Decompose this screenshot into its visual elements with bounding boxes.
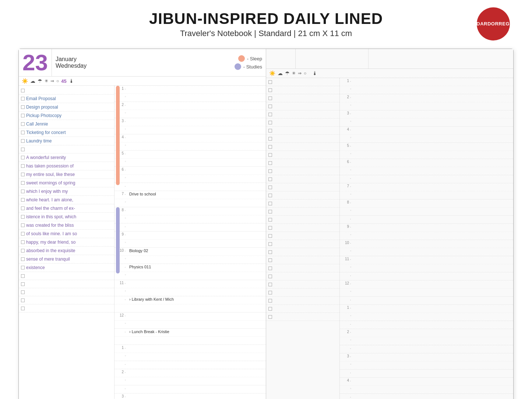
right-checkbox-24[interactable] <box>268 275 272 278</box>
right-checkbox-9[interactable] <box>268 153 272 157</box>
schedule-entry-1pmb <box>128 361 266 369</box>
checkbox[interactable] <box>21 299 25 302</box>
r-time-3: 3 <box>340 110 513 127</box>
todo-row-empty-7 <box>19 304 114 313</box>
right-checkbox-27[interactable] <box>268 299 272 303</box>
right-checkbox-28[interactable] <box>268 307 272 311</box>
right-checkbox-29[interactable] <box>268 315 272 319</box>
checkbox[interactable] <box>21 266 25 269</box>
checkbox[interactable] <box>21 282 25 286</box>
right-todo-row-22 <box>266 256 339 264</box>
right-checkbox-26[interactable] <box>268 291 272 294</box>
weather-icon-circle: ○ <box>56 78 59 84</box>
checkbox[interactable] <box>21 105 25 109</box>
right-checkbox-4[interactable] <box>268 113 272 116</box>
checkbox[interactable] <box>21 181 25 185</box>
right-checkbox-14[interactable] <box>268 194 272 197</box>
checkbox[interactable] <box>21 190 25 193</box>
right-checkbox-20[interactable] <box>268 242 272 246</box>
r-time-3pm: 3 <box>340 353 513 370</box>
r-weather-snow: ✳ <box>292 71 296 76</box>
checkbox[interactable] <box>21 240 25 244</box>
right-checkbox-11[interactable] <box>268 169 272 173</box>
r-entry-2pmb <box>353 345 513 353</box>
checkbox[interactable] <box>21 307 25 310</box>
checkbox[interactable] <box>21 164 25 168</box>
checkbox[interactable] <box>21 249 25 253</box>
right-checkbox-23[interactable] <box>268 266 272 270</box>
right-checkbox-5[interactable] <box>268 121 272 124</box>
right-todo-row-28 <box>266 305 339 313</box>
half-12 <box>114 320 266 328</box>
right-checkbox-22[interactable] <box>268 258 272 262</box>
time-slot-12: 12 <box>114 313 266 329</box>
right-checkbox-19[interactable] <box>268 234 272 238</box>
right-checkbox-0[interactable] <box>268 80 272 84</box>
right-checkbox-6[interactable] <box>268 129 272 133</box>
hour-3pm: 3 <box>114 393 125 399</box>
checkbox[interactable] <box>21 232 25 236</box>
checkbox[interactable] <box>21 89 25 92</box>
half-10b <box>114 272 266 280</box>
checkbox[interactable] <box>21 290 25 294</box>
r-time-10: 10 <box>340 240 513 256</box>
checkbox[interactable] <box>21 206 25 210</box>
checkbox[interactable] <box>21 156 25 159</box>
right-checkbox-17[interactable] <box>268 218 272 222</box>
r-dot-1pmb <box>350 321 353 329</box>
r-time-2pm: 2 <box>340 329 513 345</box>
schedule-entry-3pm <box>128 393 266 399</box>
todo-row-p2: has taken possession of <box>19 162 114 170</box>
r-time-4pm: 4 <box>340 378 513 394</box>
r-time-6b <box>340 175 513 183</box>
right-checkbox-10[interactable] <box>268 161 272 165</box>
checkbox[interactable] <box>21 131 25 134</box>
right-todo-row-10 <box>266 159 339 167</box>
r-entry-12b <box>353 297 513 304</box>
right-todo-row-13 <box>266 183 339 191</box>
checkbox[interactable] <box>21 122 25 126</box>
right-checkbox-8[interactable] <box>268 145 272 149</box>
todo-row-empty-5 <box>19 288 114 296</box>
checkbox[interactable] <box>21 139 25 143</box>
right-todo-row-19 <box>266 232 339 240</box>
right-todo-row-24 <box>266 272 339 280</box>
right-todo-row-1 <box>266 86 339 94</box>
weather-bar-left: ☀️ ☁ ☂ ✳ ⇒ ○ 45 🌡 <box>19 77 266 86</box>
checkbox[interactable] <box>21 97 25 100</box>
right-checkbox-13[interactable] <box>268 186 272 189</box>
checkbox[interactable] <box>21 148 25 151</box>
right-checkbox-16[interactable] <box>268 210 272 213</box>
right-todo-row-27 <box>266 297 339 305</box>
checkbox[interactable] <box>21 215 25 219</box>
right-checkbox-12[interactable] <box>268 177 272 181</box>
right-checkbox-25[interactable] <box>268 283 272 286</box>
date-header: 23 January Wednesday - Sleep - Studies <box>19 49 266 77</box>
right-checkbox-15[interactable] <box>268 202 272 205</box>
checkbox[interactable] <box>21 257 25 261</box>
right-checkbox-21[interactable] <box>268 250 272 254</box>
half-1pm <box>114 353 266 361</box>
time-dot-3pm <box>125 393 128 399</box>
right-date-empty <box>266 49 296 68</box>
right-checkbox-7[interactable] <box>268 137 272 141</box>
right-checkbox-18[interactable] <box>268 226 272 230</box>
checkbox[interactable] <box>21 223 25 227</box>
r-time-12b <box>340 297 513 305</box>
weather-temp-num: 45 <box>61 78 66 84</box>
checkbox[interactable] <box>21 274 25 278</box>
right-checkbox-1[interactable] <box>268 88 272 92</box>
r-dot-4pmb <box>350 394 353 399</box>
right-checkbox-3[interactable] <box>268 105 272 108</box>
time-slot-6: 6 <box>114 167 266 183</box>
todo-row-empty-2 <box>19 145 114 153</box>
checkbox[interactable] <box>21 173 25 176</box>
half-8 <box>114 215 266 223</box>
checkbox[interactable] <box>21 114 25 117</box>
r-weather-thermo: 🌡 <box>312 70 317 76</box>
r-dot-2pmb <box>350 345 353 353</box>
checkbox[interactable] <box>21 198 25 202</box>
time-dot-1pmb <box>125 361 128 369</box>
right-date-col2 <box>296 49 369 68</box>
right-checkbox-2[interactable] <box>268 96 272 100</box>
